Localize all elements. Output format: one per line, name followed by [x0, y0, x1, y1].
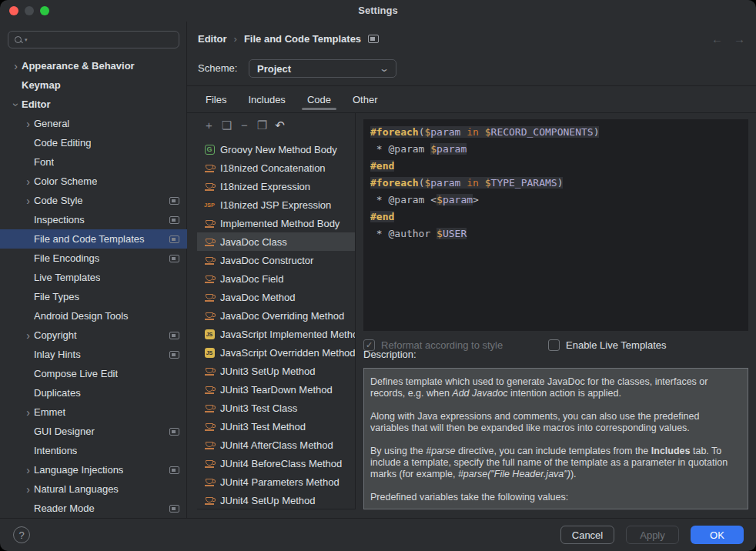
- chevron-right-icon[interactable]: ›: [22, 484, 34, 495]
- java-template-icon: [203, 166, 216, 170]
- sidebar-item-label: File Encodings: [34, 252, 99, 264]
- template-item-label: Implemented Method Body: [220, 218, 340, 229]
- template-item-javascript-implemented-method-body[interactable]: JSJavaScript Implemented Method Body: [197, 325, 355, 343]
- sidebar-item-label: Editor: [22, 99, 51, 110]
- sidebar-item-color-scheme[interactable]: ›Color Scheme: [0, 172, 187, 191]
- chevron-right-icon[interactable]: ›: [22, 407, 34, 418]
- template-item-javadoc-overriding-method[interactable]: JavaDoc Overriding Method: [197, 306, 355, 325]
- sidebar-item-android-design-tools[interactable]: Android Design Tools: [0, 306, 187, 326]
- sidebar-item-inlay-hints[interactable]: Inlay Hints: [0, 345, 187, 364]
- breadcrumb-editor[interactable]: Editor: [198, 33, 227, 45]
- sidebar-item-copyright[interactable]: ›Copyright: [0, 326, 187, 345]
- sidebar-item-editor[interactable]: ›Editor: [0, 95, 187, 114]
- settings-window: Settings ▾ ›Appearance & BehaviorKeymap›…: [0, 0, 756, 551]
- inplace-settings-icon: [368, 35, 379, 43]
- search-field[interactable]: ▾: [8, 31, 179, 48]
- template-item-junit3-test-method[interactable]: JUnit3 Test Method: [197, 417, 355, 436]
- apply-button[interactable]: Apply: [626, 526, 679, 544]
- tab-selected-underline: [302, 108, 336, 110]
- description-paragraph: Along with Java expressions and comments…: [370, 411, 740, 434]
- cancel-button[interactable]: Cancel: [560, 526, 614, 544]
- tab-other[interactable]: Other: [345, 86, 386, 112]
- template-item-groovy-new-method-body[interactable]: GGroovy New Method Body: [197, 140, 355, 159]
- template-item-javadoc-method[interactable]: JavaDoc Method: [197, 288, 355, 306]
- window-title: Settings: [0, 0, 756, 22]
- sidebar-item-general[interactable]: ›General: [0, 114, 187, 133]
- forward-arrow-icon[interactable]: →: [734, 32, 745, 45]
- code-line: * @param <$param>: [370, 192, 748, 209]
- sidebar-item-label: Appearance & Behavior: [22, 60, 135, 72]
- search-history-chevron-icon[interactable]: ▾: [25, 37, 28, 43]
- sidebar-item-font[interactable]: Font: [0, 152, 187, 172]
- sidebar-item-appearance-behavior[interactable]: ›Appearance & Behavior: [0, 56, 187, 75]
- template-item-junit4-parameters-method[interactable]: JUnit4 Parameters Method: [197, 473, 355, 491]
- sidebar-item-intentions[interactable]: Intentions: [0, 441, 187, 460]
- sidebar-item-language-injections[interactable]: ›Language Injections: [0, 460, 187, 479]
- template-item-javascript-overridden-method-body[interactable]: JSJavaScript Overridden Method Body: [197, 343, 355, 362]
- ok-button[interactable]: OK: [691, 526, 744, 544]
- sidebar-item-file-types[interactable]: File Types: [0, 287, 187, 306]
- tab-label: Files: [206, 94, 226, 105]
- tab-includes[interactable]: Includes: [240, 86, 293, 112]
- back-arrow-icon[interactable]: ←: [711, 32, 723, 45]
- template-item-i18nized-concatenation[interactable]: I18nized Concatenation: [197, 159, 355, 177]
- duplicate-icon[interactable]: ❐: [255, 118, 269, 133]
- sidebar-item-label: Copyright: [34, 329, 77, 341]
- template-item-i18nized-expression[interactable]: I18nized Expression: [197, 177, 355, 195]
- sidebar-item-duplicates[interactable]: Duplicates: [0, 383, 187, 402]
- sidebar-item-inspections[interactable]: Inspections: [0, 210, 187, 229]
- template-item-label: I18nized Expression: [220, 181, 310, 192]
- inplace-settings-icon: [169, 466, 179, 474]
- sidebar-item-live-templates[interactable]: Live Templates: [0, 268, 187, 287]
- template-code-editor[interactable]: #foreach($param in $RECORD_COMPONENTS) *…: [363, 119, 748, 331]
- java-template-icon: [203, 259, 216, 262]
- sidebar-item-keymap[interactable]: Keymap: [0, 75, 187, 95]
- add-icon[interactable]: +: [202, 118, 216, 133]
- chevron-right-icon[interactable]: ›: [22, 176, 34, 187]
- create-from-template-icon[interactable]: ❏: [219, 118, 234, 133]
- sidebar-item-label: Natural Languages: [34, 483, 119, 495]
- scheme-select[interactable]: Project ⌄: [249, 59, 396, 78]
- chevron-right-icon[interactable]: ›: [22, 330, 34, 341]
- chevron-down-icon[interactable]: ›: [11, 99, 22, 110]
- chevron-right-icon[interactable]: ›: [10, 61, 22, 72]
- remove-icon[interactable]: −: [237, 118, 252, 133]
- checkbox-unchecked-icon[interactable]: [548, 339, 560, 351]
- template-item-junit3-setup-method[interactable]: JUnit3 SetUp Method: [197, 362, 355, 380]
- template-item-junit4-afterclass-method[interactable]: JUnit4 AfterClass Method: [197, 436, 355, 454]
- sidebar-item-label: GUI Designer: [34, 426, 95, 437]
- java-template-icon: [203, 296, 216, 299]
- template-item-implemented-method-body[interactable]: Implemented Method Body: [197, 214, 355, 232]
- template-item-label: JUnit4 SetUp Method: [220, 495, 316, 506]
- sidebar-item-compose-live-edit[interactable]: Compose Live Edit: [0, 364, 187, 383]
- sidebar-item-code-style[interactable]: ›Code Style: [0, 191, 187, 210]
- template-item-javadoc-class[interactable]: JavaDoc Class: [197, 232, 355, 251]
- sidebar-item-file-and-code-templates[interactable]: File and Code Templates: [0, 229, 187, 249]
- help-button[interactable]: ?: [13, 526, 30, 543]
- live-templates-option[interactable]: Enable Live Templates: [548, 339, 667, 351]
- template-item-junit4-setup-method[interactable]: JUnit4 SetUp Method: [197, 491, 355, 509]
- sidebar-item-natural-languages[interactable]: ›Natural Languages: [0, 479, 187, 499]
- sidebar-item-gui-designer[interactable]: GUI Designer: [0, 422, 187, 441]
- tab-code[interactable]: Code: [299, 86, 339, 112]
- sidebar-item-reader-mode[interactable]: Reader Mode: [0, 499, 187, 518]
- chevron-right-icon[interactable]: ›: [22, 195, 34, 206]
- code-line: #end: [370, 158, 748, 175]
- chevron-right-icon[interactable]: ›: [22, 119, 34, 129]
- template-item-junit3-test-class[interactable]: JUnit3 Test Class: [197, 399, 355, 417]
- template-item-javadoc-constructor[interactable]: JavaDoc Constructor: [197, 251, 355, 269]
- search-input[interactable]: [31, 33, 173, 46]
- reset-to-default-icon[interactable]: ↶: [273, 118, 287, 133]
- template-item-label: I18nized Concatenation: [220, 162, 326, 174]
- chevron-right-icon[interactable]: ›: [22, 465, 34, 476]
- sidebar-item-emmet[interactable]: ›Emmet: [0, 402, 187, 422]
- sidebar-item-code-editing[interactable]: Code Editing: [0, 133, 187, 152]
- template-item-junit4-beforeclass-method[interactable]: JUnit4 BeforeClass Method: [197, 454, 355, 473]
- template-item-label: JavaScript Overridden Method Body: [220, 347, 355, 359]
- template-item-junit3-teardown-method[interactable]: JUnit3 TearDown Method: [197, 380, 355, 399]
- template-item-i18nized-jsp-expression[interactable]: JSPI18nized JSP Expression: [197, 195, 355, 214]
- tab-files[interactable]: Files: [198, 86, 234, 112]
- sidebar-item-file-encodings[interactable]: File Encodings: [0, 249, 187, 268]
- settings-sidebar: ▾ ›Appearance & BehaviorKeymap›Editor›Ge…: [0, 22, 187, 518]
- template-item-javadoc-field[interactable]: JavaDoc Field: [197, 269, 355, 288]
